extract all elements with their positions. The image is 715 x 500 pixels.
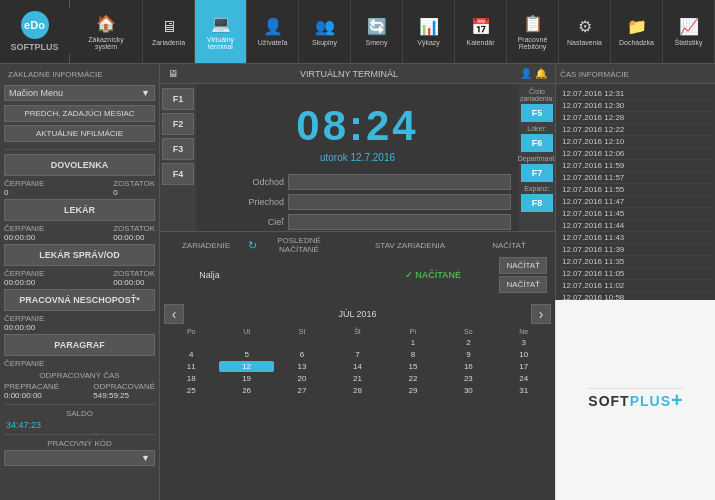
nacitat-btn-2[interactable]: NAČÍTAŤ [499,276,547,293]
zostatok-val-2: 00:00:00 [113,233,155,242]
nav-item-nastavenia[interactable]: ⚙ Nastavenia [559,0,611,63]
right-panel: Čas informácie 12.07.2016 12:31 12.07.20… [555,64,715,300]
nav-item-pracovne[interactable]: 📋 PracovnéRebitóny [507,0,559,63]
terminal-main: 08:24 utorok 12.7.2016 Odchod Priechod [196,84,519,231]
cal-day-10[interactable]: 10 [497,349,551,360]
nacitat-header: NAČÍTAŤ [471,241,547,250]
btn-pracovna[interactable]: PRACOVNÁ NESCHOPOSŤ* [4,289,155,311]
cal-day-14[interactable]: 14 [330,361,384,372]
cal-day-26[interactable]: 26 [219,385,273,396]
cal-day-15[interactable]: 15 [386,361,440,372]
cal-day-7[interactable]: 7 [330,349,384,360]
cal-day-11[interactable]: 11 [164,361,218,372]
btn-lekar[interactable]: LEKÁR [4,199,155,221]
cal-day-25[interactable]: 25 [164,385,218,396]
cal-day-5[interactable]: 5 [219,349,273,360]
divider-1 [4,149,155,150]
left-panel-title: ZÁKLADNÉ INFORMÁCIE [4,68,155,81]
kod-select[interactable]: ▼ [4,450,155,466]
f5-row: Číslo zariadenia: F5 [521,88,553,122]
zostatok-label-2: ZOSTATOK [113,224,155,233]
refresh-icon[interactable]: ↻ [248,239,257,252]
btn-dovolenka[interactable]: DOVOLENKA [4,154,155,176]
f4-button[interactable]: F4 [162,163,194,185]
nav-item-virtualny[interactable]: 💻 Virtuálnyterminal [195,0,247,63]
cal-empty-4[interactable] [330,337,384,348]
f7-button[interactable]: F7 [521,164,553,182]
cal-empty-3[interactable] [275,337,329,348]
cal-day-22[interactable]: 22 [386,373,440,384]
cal-day-18[interactable]: 18 [164,373,218,384]
calendar-month: JÚL 2016 [338,309,376,319]
zariadenia-icon: 🖥 [161,18,177,36]
cal-day-9[interactable]: 9 [441,349,495,360]
priechod-input[interactable] [288,194,511,210]
cal-empty-2[interactable] [219,337,273,348]
statistiky-icon: 📈 [679,17,699,36]
cal-day-21[interactable]: 21 [330,373,384,384]
btn-predch[interactable]: PREDCH. ZADAJÚCI MESIAC [4,105,155,122]
f6-label: Loker: [527,125,546,132]
menu-select[interactable]: Mačion Menu ▼ [4,85,155,101]
day-header-po: Po [164,328,218,335]
nav-item-kalendar[interactable]: 📅 Kalendár [455,0,507,63]
cal-day-24[interactable]: 24 [497,373,551,384]
cal-day-8[interactable]: 8 [386,349,440,360]
cal-day-2[interactable]: 2 [441,337,495,348]
cal-day-28[interactable]: 28 [330,385,384,396]
nav-item-vykazy[interactable]: 📊 Výkazy [403,0,455,63]
field-row-odchod: Odchod [204,174,511,190]
nav-item-smeny[interactable]: 🔄 Smeny [351,0,403,63]
f8-button[interactable]: F8 [521,194,553,212]
day-header-st2: Št [330,328,384,335]
f6-button[interactable]: F6 [521,134,553,152]
cal-empty-1[interactable] [164,337,218,348]
cal-day-20[interactable]: 20 [275,373,329,384]
cal-day-6[interactable]: 6 [275,349,329,360]
time-entry-17: 12.07.2016 11:02 [560,280,711,292]
day-header-pi: Pi [386,328,440,335]
cal-day-1[interactable]: 1 [386,337,440,348]
cal-day-4[interactable]: 4 [164,349,218,360]
time-entry-12: 12.07.2016 11:44 [560,220,711,232]
f3-button[interactable]: F3 [162,138,194,160]
cal-day-30[interactable]: 30 [441,385,495,396]
f2-button[interactable]: F2 [162,113,194,135]
odchod-input[interactable] [288,174,511,190]
btn-aktualne[interactable]: AKTUÁLNE NFILMÁCIE [4,125,155,142]
cal-day-3[interactable]: 3 [497,337,551,348]
cal-day-29[interactable]: 29 [386,385,440,396]
nav-item-zakazka[interactable]: 🏠 Zákaznícky systém [70,0,143,63]
time-entries-list: 12.07.2016 12:31 12.07.2016 12:30 12.07.… [556,84,715,300]
nav-item-uzivatel[interactable]: 👤 Užívateľa [247,0,299,63]
cal-day-31[interactable]: 31 [497,385,551,396]
calendar-grid: 1 2 3 4 5 6 7 8 9 10 11 12 13 14 15 [164,337,551,396]
cal-day-27[interactable]: 27 [275,385,329,396]
cal-day-13[interactable]: 13 [275,361,329,372]
nav-item-zariadenia[interactable]: 🖥 Zariadenia [143,0,195,63]
nav-item-statistiky[interactable]: 📈 Štatistiky [663,0,715,63]
prev-month-btn[interactable]: ‹ [164,304,184,324]
time-entry-2: 12.07.2016 12:30 [560,100,711,112]
right-panel-title: Čas informácie [560,70,629,79]
softplus-cross: + [671,389,683,412]
f1-button[interactable]: F1 [162,88,194,110]
field-row-priechod: Priechod [204,194,511,210]
btn-paragraf[interactable]: PARAGRAF [4,334,155,356]
nav-item-pracovne-label: PracovnéRebitóny [518,36,548,50]
ciel-input[interactable] [288,214,511,230]
cal-day-16[interactable]: 16 [441,361,495,372]
cal-day-19[interactable]: 19 [219,373,273,384]
nav-item-skupiny[interactable]: 👥 Skupiny [299,0,351,63]
cal-day-12[interactable]: 12 [219,361,273,372]
btn-lekar-spravod[interactable]: LEKÁR SPRÁV/OD [4,244,155,266]
paragraf-row: ČERPANIE [4,359,155,368]
priechod-label: Priechod [204,197,284,207]
nastavenia-icon: ⚙ [578,17,592,36]
nav-item-dochadzka[interactable]: 📁 Dochádzka [611,0,663,63]
nacitat-btn-1[interactable]: NAČÍTAŤ [499,257,547,274]
next-month-btn[interactable]: › [531,304,551,324]
cal-day-23[interactable]: 23 [441,373,495,384]
f5-button[interactable]: F5 [521,104,553,122]
cal-day-17[interactable]: 17 [497,361,551,372]
